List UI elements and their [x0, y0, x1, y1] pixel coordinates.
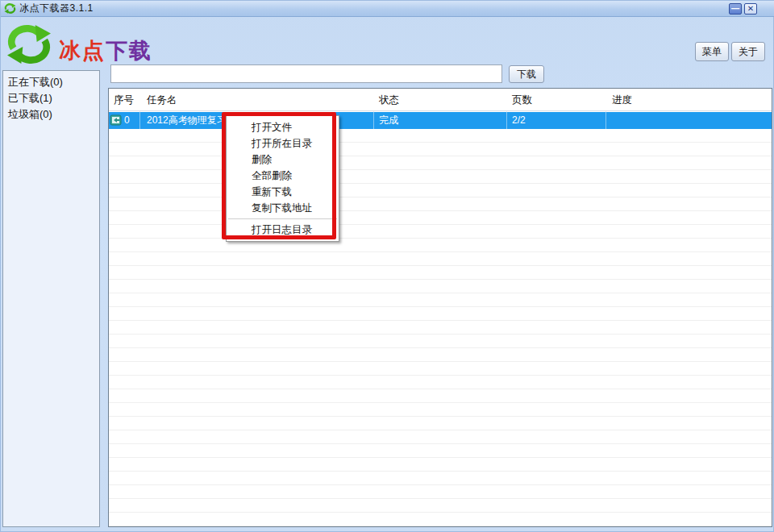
menu-item-redownload[interactable]: 重新下载 [227, 184, 339, 200]
row-divider [139, 112, 140, 129]
brand-title: 冰点下载 [59, 36, 152, 65]
close-button[interactable]: ✕ [744, 3, 757, 15]
app-logo-icon [6, 23, 52, 65]
cell-index: 0 [124, 112, 130, 129]
sidebar: 正在下载(0) 已下载(1) 垃圾箱(0) [2, 70, 100, 527]
context-menu: 打开文件 打开所在目录 删除 全部删除 重新下载 复制下载地址 打开日志目录 [226, 115, 339, 242]
row-divider [373, 112, 374, 129]
task-table: 序号 任务名 状态 页数 进度 0 2012高考物理复习专题 完成 2/2 [108, 88, 772, 527]
table-gridlines [109, 129, 772, 526]
column-header-status[interactable]: 状态 [379, 89, 399, 111]
row-divider [605, 112, 606, 129]
menu-button[interactable]: 菜单 [695, 42, 729, 61]
menu-separator [228, 218, 337, 219]
menu-item-delete-all[interactable]: 全部删除 [227, 168, 339, 184]
menu-item-open-folder[interactable]: 打开所在目录 [227, 135, 339, 152]
menu-item-open-log-folder[interactable]: 打开日志目录 [227, 222, 339, 238]
sidebar-item-downloading[interactable]: 正在下载(0) [3, 71, 99, 90]
sidebar-item-trash[interactable]: 垃圾箱(0) [3, 106, 99, 123]
cell-status: 完成 [379, 112, 398, 129]
table-header: 序号 任务名 状态 页数 进度 [109, 89, 772, 111]
url-input[interactable] [110, 64, 502, 83]
column-header-index[interactable]: 序号 [114, 89, 134, 111]
brand-title-part1: 冰点 [59, 39, 106, 63]
window-title: 冰点下载器3.1.1 [19, 2, 94, 15]
task-file-icon [110, 114, 123, 126]
brand-title-part2: 下载 [106, 39, 152, 63]
column-header-pages[interactable]: 页数 [512, 89, 532, 111]
menu-item-open-file[interactable]: 打开文件 [227, 119, 339, 135]
menu-item-delete[interactable]: 删除 [227, 152, 339, 168]
menu-item-copy-url[interactable]: 复制下载地址 [227, 200, 339, 216]
download-button[interactable]: 下载 [509, 65, 544, 83]
title-bar: 冰点下载器3.1.1 — ✕ [1, 1, 774, 17]
column-header-progress[interactable]: 进度 [612, 89, 632, 111]
minimize-button[interactable]: — [729, 3, 742, 15]
sidebar-item-downloaded[interactable]: 已下载(1) [3, 90, 99, 106]
about-button[interactable]: 关于 [731, 42, 765, 61]
row-divider [506, 112, 507, 129]
app-icon [4, 2, 16, 15]
cell-pages: 2/2 [512, 112, 526, 129]
app-window: 冰点下载器3.1.1 — ✕ 冰点下载 菜单 关于 下载 正在下载(0) 已下载… [0, 0, 774, 532]
table-row[interactable]: 0 2012高考物理复习专题 完成 2/2 [109, 112, 772, 129]
column-header-task[interactable]: 任务名 [147, 89, 177, 111]
